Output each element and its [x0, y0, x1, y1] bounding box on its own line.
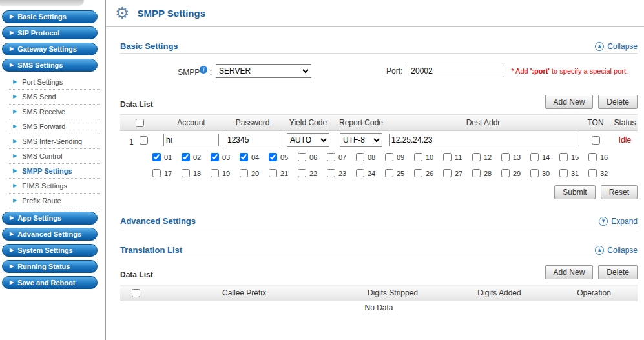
submit-button[interactable]: Submit: [554, 185, 595, 199]
port-checkbox-input[interactable]: [472, 153, 481, 161]
port-checkbox-01[interactable]: 01: [150, 151, 179, 163]
port-checkbox-14[interactable]: 14: [528, 151, 557, 163]
port-checkbox-20[interactable]: 20: [237, 167, 266, 179]
collapse-basic-settings-link[interactable]: ▲ Collapse: [595, 42, 638, 51]
port-checkbox-input[interactable]: [385, 153, 393, 161]
yield-code-select[interactable]: AUTO: [287, 133, 329, 147]
port-checkbox-input[interactable]: [559, 169, 568, 177]
port-checkbox-input[interactable]: [472, 169, 481, 177]
port-checkbox-13[interactable]: 13: [499, 151, 528, 163]
port-checkbox-24[interactable]: 24: [353, 167, 382, 179]
port-checkbox-23[interactable]: 23: [324, 167, 353, 179]
port-checkbox-32[interactable]: 32: [586, 167, 615, 179]
port-checkbox-11[interactable]: 11: [441, 151, 470, 163]
port-checkbox-input[interactable]: [298, 169, 306, 177]
translation-add-new-button[interactable]: Add New: [545, 265, 594, 279]
sidebar-subitem-eims-settings[interactable]: ▶ EIMS Settings: [8, 179, 100, 194]
sidebar-subitem-prefix-route[interactable]: ▶ Prefix Route: [8, 194, 100, 208]
row-select-checkbox[interactable]: [140, 136, 148, 145]
port-checkbox-29[interactable]: 29: [499, 167, 528, 179]
smpp-mode-select[interactable]: SERVER: [216, 64, 311, 78]
port-checkbox-input[interactable]: [414, 169, 422, 177]
delete-button[interactable]: Delete: [598, 95, 638, 109]
port-checkbox-12[interactable]: 12: [470, 151, 499, 163]
account-input[interactable]: [163, 134, 219, 146]
port-checkbox-27[interactable]: 27: [441, 167, 470, 179]
port-checkbox-input[interactable]: [269, 153, 277, 161]
port-checkbox-input[interactable]: [414, 153, 422, 161]
port-checkbox-09[interactable]: 09: [382, 151, 411, 163]
port-checkbox-06[interactable]: 06: [295, 151, 324, 163]
dest-addr-input[interactable]: [389, 134, 577, 146]
port-checkbox-input[interactable]: [182, 153, 190, 161]
sidebar-subitem-sms-control[interactable]: ▶ SMS Control: [8, 149, 100, 164]
port-checkbox-input[interactable]: [530, 169, 539, 177]
sidebar-item-sms-settings[interactable]: ▶ SMS Settings: [2, 59, 98, 72]
sidebar-item-basic-settings[interactable]: ▶ Basic Settings: [2, 10, 98, 23]
port-checkbox-31[interactable]: 31: [557, 167, 586, 179]
sidebar-item-app-settings[interactable]: ▶ App Settings: [2, 212, 98, 225]
port-checkbox-input[interactable]: [443, 169, 452, 177]
port-checkbox-input[interactable]: [152, 169, 161, 177]
port-checkbox-input[interactable]: [356, 169, 364, 177]
port-checkbox-18[interactable]: 18: [179, 167, 208, 179]
port-checkbox-10[interactable]: 10: [411, 151, 441, 163]
expand-advanced-settings-link[interactable]: ▼ Expand: [599, 217, 638, 226]
port-checkbox-22[interactable]: 22: [295, 167, 324, 179]
password-input[interactable]: [225, 134, 280, 146]
sidebar-subitem-sms-receive[interactable]: ▶ SMS Receive: [8, 105, 100, 119]
sidebar-item-save-and-reboot[interactable]: ▶ Save and Reboot: [2, 276, 98, 289]
sidebar-subitem-smpp-settings[interactable]: ▶ SMPP Settings: [8, 164, 100, 179]
port-checkbox-input[interactable]: [559, 153, 568, 161]
sidebar-subitem-sms-send[interactable]: ▶ SMS Send: [8, 90, 100, 105]
port-checkbox-17[interactable]: 17: [150, 167, 179, 179]
port-checkbox-input[interactable]: [240, 169, 248, 177]
sidebar-item-gateway-settings[interactable]: ▶ Gateway Settings: [2, 43, 98, 55]
port-checkbox-input[interactable]: [356, 153, 364, 161]
port-checkbox-30[interactable]: 30: [528, 167, 557, 179]
port-checkbox-05[interactable]: 05: [266, 151, 295, 163]
port-checkbox-input[interactable]: [211, 169, 219, 177]
port-checkbox-25[interactable]: 25: [382, 167, 411, 179]
port-checkbox-03[interactable]: 03: [208, 151, 237, 163]
select-all-checkbox[interactable]: [136, 119, 144, 127]
sidebar-item-sip-protocol[interactable]: ▶ SIP Protocol: [2, 26, 98, 39]
port-checkbox-04[interactable]: 04: [237, 151, 266, 163]
port-checkbox-input[interactable]: [588, 169, 597, 177]
port-checkbox-input[interactable]: [327, 153, 335, 161]
port-checkbox-26[interactable]: 26: [411, 167, 441, 179]
port-checkbox-input[interactable]: [588, 153, 597, 161]
port-checkbox-08[interactable]: 08: [353, 151, 382, 163]
sidebar-item-system-settings[interactable]: ▶ System Settings: [2, 244, 98, 257]
sidebar-subitem-port-settings[interactable]: ▶ Port Settings: [8, 75, 100, 90]
ton-checkbox[interactable]: [592, 136, 600, 145]
report-code-select[interactable]: UTF-8: [340, 133, 382, 147]
sidebar-item-running-status[interactable]: ▶ Running Status: [2, 260, 98, 273]
port-checkbox-21[interactable]: 21: [266, 167, 295, 179]
port-checkbox-02[interactable]: 02: [179, 151, 208, 163]
port-checkbox-input[interactable]: [501, 153, 510, 161]
sidebar-subitem-sms-forward[interactable]: ▶ SMS Forward: [8, 119, 100, 134]
port-checkbox-07[interactable]: 07: [324, 151, 353, 163]
port-checkbox-19[interactable]: 19: [208, 167, 237, 179]
sidebar-subitem-sms-inter-sending[interactable]: ▶ SMS Inter-Sending: [8, 134, 100, 149]
port-checkbox-input[interactable]: [443, 153, 452, 161]
port-input[interactable]: [408, 65, 504, 77]
port-checkbox-input[interactable]: [501, 169, 510, 177]
translation-delete-button[interactable]: Delete: [598, 265, 638, 279]
port-checkbox-16[interactable]: 16: [586, 151, 615, 163]
port-checkbox-input[interactable]: [182, 169, 190, 177]
collapse-translation-list-link[interactable]: ▲ Collapse: [595, 246, 638, 255]
info-icon[interactable]: i: [200, 66, 207, 74]
port-checkbox-input[interactable]: [327, 169, 335, 177]
sidebar-item-advanced-settings[interactable]: ▶ Advanced Settings: [2, 228, 98, 241]
add-new-button[interactable]: Add New: [545, 95, 594, 109]
port-checkbox-input[interactable]: [298, 153, 306, 161]
port-checkbox-28[interactable]: 28: [470, 167, 499, 179]
port-checkbox-input[interactable]: [240, 153, 248, 161]
port-checkbox-15[interactable]: 15: [557, 151, 586, 163]
port-checkbox-input[interactable]: [269, 169, 277, 177]
translation-select-all-checkbox[interactable]: [132, 289, 140, 297]
port-checkbox-input[interactable]: [530, 153, 539, 161]
port-checkbox-input[interactable]: [152, 153, 161, 161]
